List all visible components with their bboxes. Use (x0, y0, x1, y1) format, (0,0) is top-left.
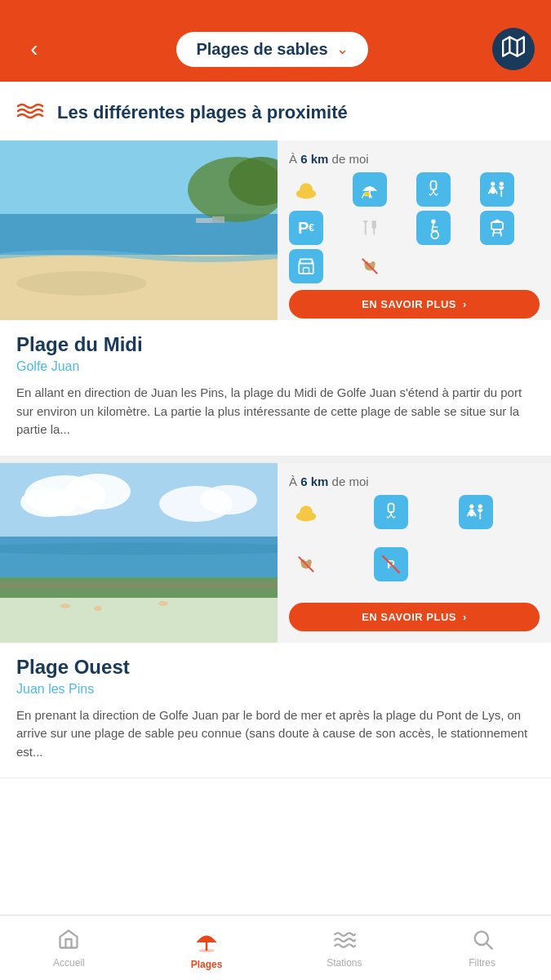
card-divider (0, 457, 551, 463)
distance-label-2: À 6 km de moi (289, 474, 540, 488)
amenity-shower-1 (416, 172, 451, 207)
svg-line-21 (489, 189, 491, 194)
svg-point-66 (307, 559, 311, 565)
svg-rect-9 (212, 216, 224, 223)
svg-rect-56 (389, 503, 394, 512)
svg-rect-49 (0, 581, 278, 588)
waves-nav-icon (333, 928, 356, 954)
beach-location-2: Juan les Pins (16, 682, 535, 697)
en-savoir-plus-button-2[interactable]: EN SAVOIR PLUS › (289, 603, 540, 631)
svg-line-67 (299, 557, 313, 571)
svg-rect-17 (431, 181, 437, 190)
amenities-grid-2: P (289, 495, 540, 596)
beach-description-1: En allant en direction de Juan les Pins,… (16, 384, 535, 439)
svg-point-58 (469, 504, 473, 508)
card-text-2: Plage Ouest Juan les Pins En prenant la … (0, 643, 551, 778)
svg-point-53 (158, 601, 168, 606)
beach-card-1: À 6 km de moi (0, 140, 551, 457)
svg-rect-34 (304, 268, 309, 274)
nav-label-accueil: Accueil (53, 957, 85, 969)
svg-rect-50 (0, 598, 278, 643)
svg-point-52 (94, 606, 102, 611)
svg-point-27 (431, 220, 435, 224)
chevron-right-icon-1: › (463, 298, 467, 310)
card-top-1: À 6 km de moi (0, 140, 551, 320)
amenity-wheelchair-1 (416, 211, 451, 245)
amenity-no-dog-2 (289, 547, 323, 581)
page-title: Plages de sables (196, 40, 327, 59)
app-header: ‹ Plages de sables ⌄ (0, 0, 551, 82)
svg-line-74 (487, 943, 491, 948)
amenity-lifeguard-1 (480, 211, 514, 245)
svg-rect-59 (469, 509, 473, 516)
main-content: Les différentes plages à proximité (0, 82, 551, 852)
svg-point-62 (478, 504, 482, 508)
distance-km-2: 6 km (300, 474, 328, 488)
nav-item-stations[interactable]: Stations (276, 915, 414, 980)
amenity-shop-1 (289, 249, 323, 283)
svg-rect-14 (364, 193, 370, 196)
btn-label-1: EN SAVOIR PLUS (362, 298, 456, 310)
waves-icon (16, 100, 46, 126)
beach-card-2: À 6 km de moi (0, 463, 551, 779)
amenity-no-parking-2: P (374, 547, 408, 581)
svg-rect-33 (299, 264, 313, 274)
svg-point-28 (431, 231, 438, 238)
svg-point-19 (491, 181, 495, 185)
nav-item-filtres[interactable]: Filtres (413, 915, 551, 980)
svg-point-72 (198, 949, 215, 952)
amenity-sand-1 (289, 172, 323, 207)
section-title: Les différentes plages à proximité (57, 102, 348, 123)
bottom-nav: Accueil Plages Stations (0, 915, 551, 980)
map-icon (502, 35, 525, 63)
section-title-row: Les différentes plages à proximité (0, 82, 551, 140)
amenity-shower-2 (374, 495, 408, 529)
card-info-1: À 6 km de moi (278, 140, 551, 320)
amenity-parking-euro-1: P€ (289, 211, 323, 245)
amenity-wc-2 (459, 495, 493, 529)
beach-name-2: Plage Ouest (16, 656, 535, 679)
back-button[interactable]: ‹ (16, 31, 52, 67)
beach-name-1: Plage du Midi (16, 333, 535, 356)
map-button[interactable] (492, 28, 535, 70)
svg-line-60 (468, 512, 470, 516)
nav-item-plages[interactable]: Plages (138, 915, 276, 980)
amenities-grid-1: P€ (289, 172, 540, 283)
nav-label-plages: Plages (191, 959, 223, 970)
btn-label-2: EN SAVOIR PLUS (362, 611, 456, 623)
chevron-right-icon-2: › (463, 611, 467, 623)
title-pill[interactable]: Plages de sables ⌄ (176, 32, 367, 67)
svg-point-10 (16, 271, 147, 296)
svg-point-51 (60, 604, 70, 608)
amenity-sand-2 (289, 495, 323, 529)
nav-label-stations: Stations (327, 957, 362, 969)
nav-label-filtres: Filtres (469, 957, 495, 969)
svg-rect-8 (196, 218, 212, 223)
amenity-restaurant-1 (353, 211, 387, 245)
nav-item-accueil[interactable]: Accueil (0, 915, 138, 980)
amenity-umbrella-1 (353, 172, 387, 207)
card-info-2: À 6 km de moi (278, 463, 551, 643)
svg-rect-29 (491, 222, 503, 229)
svg-point-39 (371, 261, 375, 267)
svg-line-40 (362, 259, 376, 273)
svg-point-55 (300, 506, 313, 519)
search-icon (471, 928, 494, 954)
distance-label-1: À 6 km de moi (289, 152, 540, 166)
svg-marker-0 (503, 37, 524, 56)
beach-icon (193, 926, 220, 956)
card-top-2: À 6 km de moi (0, 463, 551, 643)
svg-point-12 (300, 183, 313, 196)
svg-line-61 (473, 512, 476, 516)
en-savoir-plus-button-1[interactable]: EN SAVOIR PLUS › (289, 290, 540, 318)
card-text-1: Plage du Midi Golfe Juan En allant en di… (0, 320, 551, 456)
beach-description-2: En prenant la direction de Golfe Juan pa… (16, 706, 535, 762)
beach-location-1: Golfe Juan (16, 359, 535, 374)
amenity-no-dog-1 (353, 249, 387, 283)
svg-rect-20 (491, 187, 495, 194)
distance-km-1: 6 km (300, 152, 328, 166)
beach-image-1 (0, 140, 278, 320)
chevron-down-icon: ⌄ (336, 40, 349, 58)
svg-line-22 (495, 189, 497, 194)
back-icon: ‹ (30, 38, 38, 60)
